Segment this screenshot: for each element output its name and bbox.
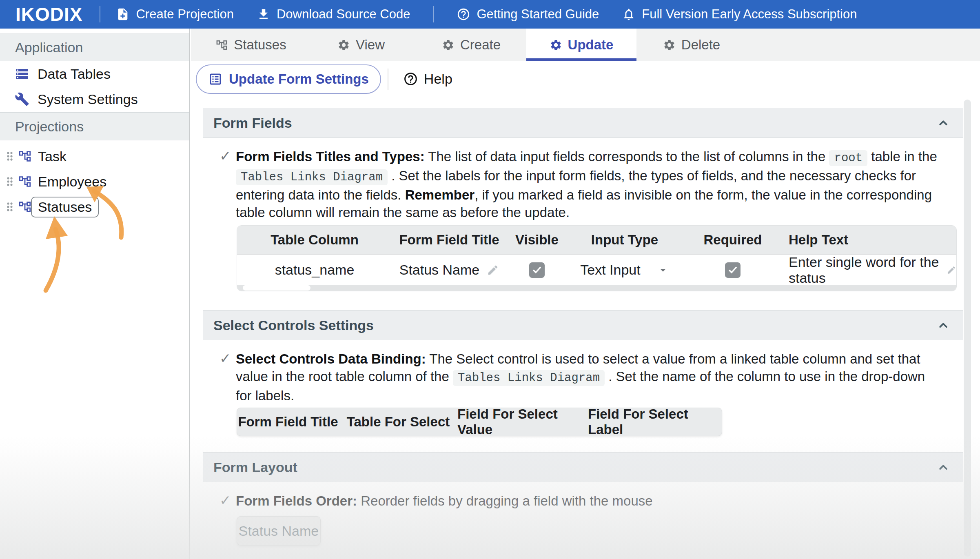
header-table-for-select: Table For Select <box>339 414 457 430</box>
required-checkbox[interactable] <box>725 262 741 278</box>
storage-icon <box>15 67 29 81</box>
scrollbar-thumb[interactable] <box>243 285 310 291</box>
note-lead: Form Fields Titles and Types: <box>236 149 425 164</box>
sidebar-item-system-settings[interactable]: System Settings <box>0 87 189 112</box>
projections-list: Task Employees Statuses <box>0 140 189 220</box>
content-vertical-scrollbar[interactable] <box>964 100 971 557</box>
statuses-label: Statuses <box>38 199 92 215</box>
tree-icon <box>18 200 32 214</box>
select-controls-table-header: Form Field Title Table For Select Field … <box>237 408 722 436</box>
check-icon <box>727 264 738 276</box>
header-help-text: Help Text <box>784 232 956 248</box>
tab-statuses[interactable]: Statuses <box>196 29 306 61</box>
caret-down-icon[interactable] <box>657 264 669 276</box>
file-plus-icon <box>116 7 130 21</box>
toolbar-divider <box>388 69 388 90</box>
form-settings-icon <box>208 72 223 87</box>
cell-visible <box>506 262 568 278</box>
download-source-code-button[interactable]: Download Source Code <box>257 7 410 22</box>
subscription-button[interactable]: Full Version Early Access Subscription <box>622 7 857 22</box>
form-fields-table: Table Column Form Field Title Visible In… <box>237 225 957 291</box>
projection-item-employees[interactable]: Employees <box>0 169 189 194</box>
tab-create-label: Create <box>460 37 501 53</box>
edit-pencil-icon[interactable] <box>487 264 499 276</box>
draggable-field-chip[interactable]: Status Name <box>237 516 321 546</box>
header-table-column: Table Column <box>237 232 392 248</box>
main-area: Statuses View Create Update Delete Updat… <box>191 29 980 559</box>
tab-update[interactable]: Update <box>526 29 636 61</box>
tab-delete[interactable]: Delete <box>636 29 747 61</box>
cell-help-text: Enter single word for the status <box>784 254 956 286</box>
cell-input-type: Text Input <box>568 262 682 278</box>
application-items: Data Tables System Settings <box>0 61 189 113</box>
table-row: status_name Status Name Text Input <box>237 254 956 285</box>
topbar-divider <box>100 6 100 22</box>
input-type-select[interactable]: Text Input <box>580 262 640 278</box>
sidebar-item-data-tables[interactable]: Data Tables <box>0 61 189 87</box>
header-visible: Visible <box>506 232 568 248</box>
statuses-selected-box[interactable]: Statuses <box>31 197 99 217</box>
code-chip-tables-links-diagram: Tables Links Diagram <box>236 169 388 185</box>
table-header-row: Table Column Form Field Title Visible In… <box>237 226 956 254</box>
tab-view[interactable]: View <box>306 29 416 61</box>
download-source-label: Download Source Code <box>277 7 410 22</box>
task-label: Task <box>38 149 67 164</box>
tab-delete-label: Delete <box>681 37 720 53</box>
form-fields-note: ✓ Form Fields Titles and Types: The list… <box>203 138 963 221</box>
gear-icon <box>337 39 350 51</box>
drag-handle-icon[interactable] <box>3 150 16 163</box>
note-lead: Form Fields Order: <box>236 493 357 508</box>
form-fields-section: Form Fields ✓ Form Fields Titles and Typ… <box>203 108 963 291</box>
projection-item-statuses[interactable]: Statuses <box>0 194 189 220</box>
tab-statuses-label: Statuses <box>234 37 286 53</box>
help-circle-icon <box>457 7 470 21</box>
table-horizontal-scrollbar[interactable] <box>237 285 956 291</box>
header-input-type: Input Type <box>568 232 682 248</box>
note-text: Reorder fields by dragging a field with … <box>357 493 653 508</box>
cell-table-column: status_name <box>237 262 392 278</box>
form-layout-note: ✓ Form Fields Order: Reorder fields by d… <box>203 482 963 510</box>
help-button[interactable]: Help <box>403 71 452 87</box>
edit-pencil-icon[interactable] <box>947 264 956 276</box>
select-controls-title: Select Controls Settings <box>213 317 374 333</box>
check-mark-icon: ✓ <box>220 350 231 367</box>
form-layout-header: Form Layout <box>203 452 963 482</box>
sidebar: Application Data Tables System Settings … <box>0 29 190 559</box>
header-form-field-title: Form Field Title <box>237 414 339 430</box>
help-circle-icon <box>403 71 418 87</box>
help-label: Help <box>424 71 452 87</box>
check-mark-icon: ✓ <box>220 492 231 509</box>
topbar-nav: Create Projection Download Source Code G… <box>116 6 857 22</box>
collapse-chevron-up-icon[interactable] <box>936 460 951 475</box>
subscription-label: Full Version Early Access Subscription <box>642 7 857 22</box>
code-chip-root: root <box>829 150 867 166</box>
employees-label: Employees <box>38 174 106 190</box>
select-controls-note: ✓ Select Controls Data Binding: The Sele… <box>203 340 963 404</box>
tree-icon <box>18 175 32 189</box>
form-field-title-value: Status Name <box>399 262 480 278</box>
drag-handle-icon[interactable] <box>3 200 16 213</box>
tab-bar: Statuses View Create Update Delete <box>191 29 980 61</box>
visible-checkbox[interactable] <box>529 262 545 278</box>
bell-icon <box>622 7 636 21</box>
projection-item-task[interactable]: Task <box>0 144 189 169</box>
header-field-for-select-value: Field For Select Value <box>457 406 588 437</box>
collapse-chevron-up-icon[interactable] <box>936 318 951 333</box>
getting-started-guide-button[interactable]: Getting Started Guide <box>457 7 599 22</box>
tab-create[interactable]: Create <box>416 29 526 61</box>
top-bar: IKODIX Create Projection Download Source… <box>0 0 980 29</box>
create-projection-label: Create Projection <box>136 7 234 22</box>
drag-handle-icon[interactable] <box>3 175 16 188</box>
update-form-settings-button[interactable]: Update Form Settings <box>196 64 381 94</box>
settings-content: Form Fields ✓ Form Fields Titles and Typ… <box>191 97 980 559</box>
download-icon <box>257 7 270 21</box>
select-controls-header: Select Controls Settings <box>203 310 963 340</box>
create-projection-button[interactable]: Create Projection <box>116 7 234 22</box>
collapse-chevron-up-icon[interactable] <box>936 115 951 130</box>
check-icon <box>531 264 543 276</box>
system-settings-label: System Settings <box>38 91 138 107</box>
chip-label: Status Name <box>239 523 319 539</box>
select-controls-section: Select Controls Settings ✓ Select Contro… <box>203 310 963 436</box>
header-required: Required <box>682 232 784 248</box>
gear-icon <box>550 39 562 51</box>
